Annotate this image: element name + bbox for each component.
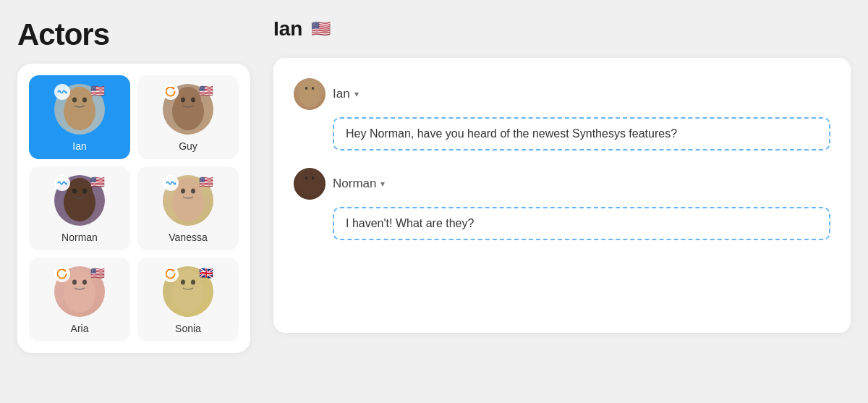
turn-avatar-1 bbox=[294, 168, 326, 200]
svg-point-23 bbox=[72, 280, 77, 285]
svg-point-4 bbox=[82, 98, 87, 103]
turn-speaker-chevron-0: ▾ bbox=[354, 89, 359, 99]
svg-point-7 bbox=[175, 87, 201, 113]
svg-point-9 bbox=[191, 98, 195, 103]
svg-point-38 bbox=[305, 177, 308, 179]
svg-point-19 bbox=[191, 189, 195, 194]
svg-point-32 bbox=[302, 80, 318, 96]
actor-icon-badge-guy bbox=[163, 84, 179, 100]
svg-point-2 bbox=[67, 87, 93, 113]
svg-point-17 bbox=[175, 178, 201, 204]
turn-speaker-chevron-1: ▾ bbox=[380, 179, 385, 189]
actor-name-norman: Norman bbox=[61, 232, 98, 243]
right-header: Ian 🇺🇸 bbox=[273, 17, 851, 46]
svg-point-12 bbox=[67, 178, 93, 204]
turn-header-0: Ian ▾ bbox=[294, 78, 830, 110]
actor-name-vanessa: Vanessa bbox=[169, 232, 207, 243]
svg-point-34 bbox=[312, 87, 315, 90]
conversation-turn-0: Ian ▾ Hey Norman, have you heard of the … bbox=[294, 78, 830, 150]
actor-card-aria[interactable]: 🇺🇸 Aria bbox=[29, 258, 130, 342]
svg-point-18 bbox=[181, 189, 185, 194]
actor-icon-badge-sonia bbox=[163, 266, 179, 282]
turn-text-1: I haven't! What are they? bbox=[346, 217, 474, 229]
actor-flag-guy: 🇺🇸 bbox=[199, 84, 213, 98]
actor-name-sonia: Sonia bbox=[175, 323, 201, 334]
actor-card-guy[interactable]: 🇺🇸 Guy bbox=[137, 75, 239, 159]
svg-point-13 bbox=[72, 189, 77, 194]
svg-point-24 bbox=[82, 280, 87, 285]
svg-point-29 bbox=[191, 280, 195, 285]
actor-flag-aria: 🇺🇸 bbox=[90, 266, 105, 280]
header-flag: 🇺🇸 bbox=[311, 20, 331, 38]
left-panel: Actors 🇺🇸 Ian bbox=[17, 17, 250, 353]
svg-point-27 bbox=[175, 269, 201, 295]
turn-avatar-0 bbox=[294, 78, 326, 110]
actor-card-ian[interactable]: 🇺🇸 Ian bbox=[29, 75, 130, 159]
actor-flag-ian: 🇺🇸 bbox=[90, 84, 105, 98]
svg-point-22 bbox=[67, 269, 93, 295]
conversation-turn-1: Norman ▾ I haven't! What are they? bbox=[294, 168, 830, 240]
turn-header-1: Norman ▾ bbox=[294, 168, 830, 200]
actor-icon-badge-aria bbox=[54, 266, 70, 282]
turn-bubble-0[interactable]: Hey Norman, have you heard of the newest… bbox=[333, 117, 830, 150]
right-panel: Ian 🇺🇸 Ian ▾ Hey Norman, have you heard … bbox=[273, 17, 851, 333]
conversation-panel: Ian ▾ Hey Norman, have you heard of the … bbox=[273, 58, 851, 333]
turn-bubble-1[interactable]: I haven't! What are they? bbox=[333, 207, 830, 240]
turn-speaker-name-1: Norman bbox=[333, 177, 376, 191]
actor-name-aria: Aria bbox=[71, 323, 89, 334]
actor-name-guy: Guy bbox=[179, 140, 197, 152]
actor-flag-sonia: 🇬🇧 bbox=[199, 266, 213, 280]
actor-flag-vanessa: 🇺🇸 bbox=[199, 175, 213, 189]
svg-point-14 bbox=[82, 189, 87, 194]
actor-name-ian: Ian bbox=[72, 140, 86, 152]
actors-grid: 🇺🇸 Ian 🇺🇸 Guy bbox=[29, 75, 239, 342]
page-title: Actors bbox=[17, 17, 250, 52]
turn-speaker-0[interactable]: Ian ▾ bbox=[333, 87, 359, 101]
selected-actor-name: Ian bbox=[273, 17, 302, 41]
actor-avatar-wrap-ian: 🇺🇸 bbox=[54, 84, 105, 135]
actor-card-sonia[interactable]: 🇬🇧 Sonia bbox=[137, 258, 239, 342]
svg-point-8 bbox=[181, 98, 185, 103]
actor-icon-badge-ian bbox=[54, 84, 70, 100]
actor-icon-badge-vanessa bbox=[163, 175, 179, 191]
actor-avatar-wrap-sonia: 🇬🇧 bbox=[163, 266, 213, 317]
actor-avatar-wrap-norman: 🇺🇸 bbox=[54, 175, 105, 226]
actor-avatar-wrap-aria: 🇺🇸 bbox=[54, 266, 105, 317]
svg-point-28 bbox=[181, 280, 185, 285]
actor-card-norman[interactable]: 🇺🇸 Norman bbox=[29, 166, 130, 250]
actor-icon-badge-norman bbox=[54, 175, 70, 191]
svg-point-33 bbox=[305, 87, 308, 90]
turn-speaker-1[interactable]: Norman ▾ bbox=[333, 177, 385, 191]
actor-avatar-wrap-guy: 🇺🇸 bbox=[163, 84, 213, 135]
turn-speaker-name-0: Ian bbox=[333, 87, 350, 101]
actor-flag-norman: 🇺🇸 bbox=[90, 175, 105, 189]
svg-point-3 bbox=[72, 98, 77, 103]
turn-text-0: Hey Norman, have you heard of the newest… bbox=[346, 127, 677, 140]
svg-point-39 bbox=[312, 177, 315, 179]
actors-grid-wrapper: 🇺🇸 Ian 🇺🇸 Guy bbox=[17, 64, 250, 353]
actor-avatar-wrap-vanessa: 🇺🇸 bbox=[163, 175, 213, 226]
actor-card-vanessa[interactable]: 🇺🇸 Vanessa bbox=[137, 166, 239, 250]
svg-point-37 bbox=[302, 170, 318, 186]
